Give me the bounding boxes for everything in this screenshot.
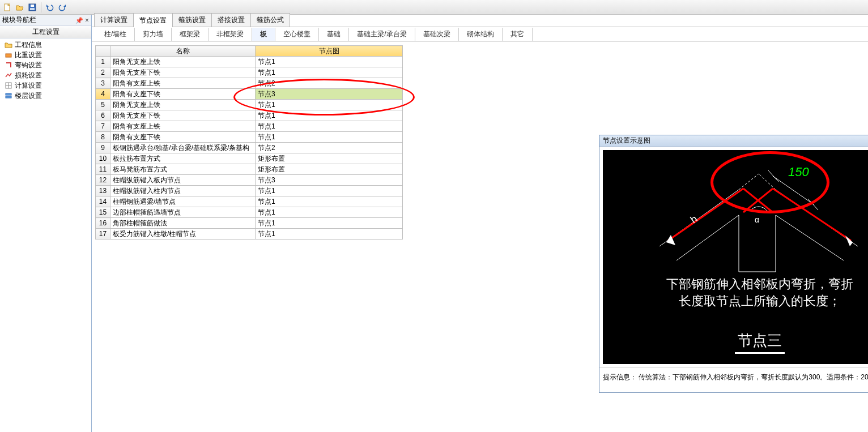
tree-item-hook-setting[interactable]: 弯钩设置 (0, 60, 91, 70)
cell-node[interactable]: 节点1 (256, 229, 403, 239)
row-number[interactable]: 3 (96, 78, 110, 89)
row-number[interactable]: 5 (96, 100, 110, 110)
cell-name[interactable]: 柱帽纵筋锚入柱内节点 (110, 186, 256, 196)
row-number[interactable]: 11 (96, 164, 110, 175)
close-icon[interactable]: × (85, 16, 89, 24)
tab-stirrup-formula[interactable]: 箍筋公式 (250, 13, 290, 27)
subtab-foundation[interactable]: 基础 (319, 28, 349, 41)
cell-name[interactable]: 柱帽钢筋遇梁/墙节点 (110, 196, 256, 207)
cell-name[interactable]: 阳角有支座上铁 (110, 78, 256, 89)
cell-node[interactable]: 节点3 (256, 175, 403, 186)
undo-icon[interactable] (45, 2, 55, 12)
subtab-slab[interactable]: 板 (252, 28, 275, 41)
cell-name[interactable]: 板受力筋锚入柱墩/柱帽节点 (110, 229, 256, 239)
table-row[interactable]: 17板受力筋锚入柱墩/柱帽节点节点1 (96, 229, 403, 239)
cell-name[interactable]: 阳角无支座下铁 (110, 67, 256, 78)
cell-node[interactable]: 节点1 (256, 121, 403, 132)
pin-icon[interactable]: 📌 (75, 17, 83, 24)
subtab-shearwall[interactable]: 剪力墙 (135, 28, 172, 41)
table-row[interactable]: 14柱帽钢筋遇梁/墙节点节点1 (96, 196, 403, 207)
table-row[interactable]: 4阳角有支座下铁节点3 (96, 89, 403, 100)
tab-stirrup-setting[interactable]: 箍筋设置 (172, 13, 212, 27)
table-row[interactable]: 13柱帽纵筋锚入柱内节点节点1 (96, 186, 403, 196)
row-number[interactable]: 10 (96, 153, 110, 164)
row-number[interactable]: 14 (96, 196, 110, 207)
cell-name[interactable]: 板拉筋布置方式 (110, 153, 256, 164)
col-header-name[interactable]: 名称 (110, 46, 256, 57)
table-row[interactable]: 2阳角无支座下铁节点1 (96, 67, 403, 78)
tab-calc-setting[interactable]: 计算设置 (94, 13, 134, 27)
subtab-frame-beam[interactable]: 框架梁 (172, 28, 209, 41)
table-row[interactable]: 16角部柱帽箍筋做法节点1 (96, 218, 403, 229)
cell-node[interactable]: 节点1 (256, 207, 403, 218)
cell-node[interactable]: 节点1 (256, 218, 403, 229)
table-row[interactable]: 8阴角有支座下铁节点1 (96, 132, 403, 143)
row-number[interactable]: 7 (96, 121, 110, 132)
tab-lap-setting[interactable]: 搭接设置 (211, 13, 251, 27)
new-icon[interactable] (2, 2, 12, 12)
subtab-hollow-slab[interactable]: 空心楼盖 (275, 28, 319, 41)
save-icon[interactable] (27, 2, 37, 12)
table-row[interactable]: 11板马凳筋布置方式矩形布置 (96, 164, 403, 175)
redo-icon[interactable] (57, 2, 67, 12)
cell-name[interactable]: 边部柱帽箍筋遇墙节点 (110, 207, 256, 218)
row-number[interactable]: 1 (96, 57, 110, 67)
row-number[interactable]: 15 (96, 207, 110, 218)
table-row[interactable]: 6阴角无支座下铁节点1 (96, 110, 403, 121)
subtab-masonry[interactable]: 砌体结构 (459, 28, 503, 41)
cell-node[interactable]: 节点1 (256, 100, 403, 110)
table-row[interactable]: 9板钢筋遇承台/独基/承台梁/基础联系梁/条基构节点2 (96, 143, 403, 153)
row-number[interactable]: 9 (96, 143, 110, 153)
cell-node[interactable]: 节点2 (256, 78, 403, 89)
subtab-nonframe-beam[interactable]: 非框架梁 (209, 28, 252, 41)
cell-name[interactable]: 板马凳筋布置方式 (110, 164, 256, 175)
col-header-rownum[interactable] (96, 46, 110, 57)
row-number[interactable]: 12 (96, 175, 110, 186)
table-row[interactable]: 5阴角无支座上铁节点1 (96, 100, 403, 110)
table-row[interactable]: 1阳角无支座上铁节点1 (96, 57, 403, 67)
cell-name[interactable]: 角部柱帽箍筋做法 (110, 218, 256, 229)
row-number[interactable]: 6 (96, 110, 110, 121)
cell-name[interactable]: 板钢筋遇承台/独基/承台梁/基础联系梁/条基构 (110, 143, 256, 153)
table-row[interactable]: 15边部柱帽箍筋遇墙节点节点1 (96, 207, 403, 218)
cell-name[interactable]: 阳角有支座下铁 (110, 89, 256, 100)
row-number[interactable]: 8 (96, 132, 110, 143)
cell-name[interactable]: 阴角无支座上铁 (110, 100, 256, 110)
cell-node[interactable]: 矩形布置 (256, 153, 403, 164)
cell-node[interactable]: 节点1 (256, 132, 403, 143)
cell-name[interactable]: 阳角无支座上铁 (110, 57, 256, 67)
table-row[interactable]: 12柱帽纵筋锚入板内节点节点3 (96, 175, 403, 186)
tab-node-setting[interactable]: 节点设置 (133, 14, 173, 27)
cell-node[interactable]: 节点3 (256, 89, 403, 100)
subtab-column[interactable]: 柱/墙柱 (96, 28, 135, 41)
cell-node[interactable]: 节点1 (256, 57, 403, 67)
row-number[interactable]: 2 (96, 67, 110, 78)
tree-item-loss-setting[interactable]: 损耗设置 (0, 70, 91, 80)
row-number[interactable]: 13 (96, 186, 110, 196)
table-row[interactable]: 3阳角有支座上铁节点2 (96, 78, 403, 89)
row-number[interactable]: 17 (96, 229, 110, 239)
cell-name[interactable]: 阴角有支座上铁 (110, 121, 256, 132)
cell-name[interactable]: 阴角有支座下铁 (110, 132, 256, 143)
row-number[interactable]: 4 (96, 89, 110, 100)
tree-item-floor-setting[interactable]: 楼层设置 (0, 91, 91, 101)
cell-node[interactable]: 节点1 (256, 196, 403, 207)
cell-name[interactable]: 柱帽纵筋锚入板内节点 (110, 175, 256, 186)
subtab-foundation-main-beam[interactable]: 基础主梁/承台梁 (349, 28, 415, 41)
col-header-node[interactable]: 节点图 (256, 46, 403, 57)
open-icon[interactable] (15, 2, 25, 12)
cell-node[interactable]: 节点1 (256, 110, 403, 121)
subtab-foundation-sec-beam[interactable]: 基础次梁 (415, 28, 459, 41)
tree-item-project-info[interactable]: 工程信息 (0, 40, 91, 50)
cell-node[interactable]: 节点2 (256, 143, 403, 153)
row-number[interactable]: 16 (96, 218, 110, 229)
tree-item-weight-setting[interactable]: 比重设置 (0, 50, 91, 60)
cell-node[interactable]: 节点1 (256, 186, 403, 196)
tree-item-calc-setting[interactable]: 计算设置 (0, 80, 91, 91)
cell-node[interactable]: 矩形布置 (256, 164, 403, 175)
table-row[interactable]: 7阴角有支座上铁节点1 (96, 121, 403, 132)
cell-name[interactable]: 阴角无支座下铁 (110, 110, 256, 121)
table-row[interactable]: 10板拉筋布置方式矩形布置 (96, 153, 403, 164)
cell-node[interactable]: 节点1 (256, 67, 403, 78)
subtab-other[interactable]: 其它 (503, 28, 533, 41)
